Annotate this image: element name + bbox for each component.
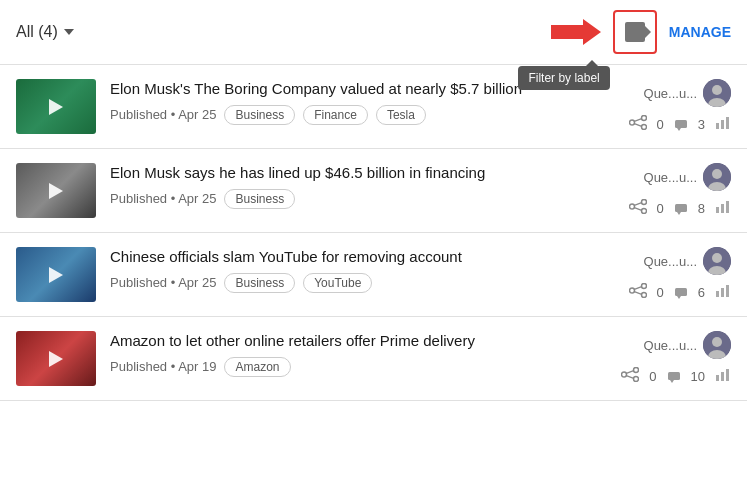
article-meta: Published • Apr 25 BusinessYouTube bbox=[110, 273, 615, 293]
filter-by-label-tooltip: Filter by label bbox=[518, 66, 609, 90]
svg-line-7 bbox=[634, 119, 641, 122]
svg-point-32 bbox=[629, 288, 634, 293]
article-stats: 0 8 bbox=[629, 199, 731, 218]
article-title[interactable]: Elon Musk says he has lined up $46.5 bil… bbox=[110, 163, 615, 183]
svg-point-4 bbox=[641, 116, 646, 121]
svg-point-41 bbox=[712, 337, 722, 347]
svg-line-46 bbox=[627, 371, 634, 374]
article-tag[interactable]: Amazon bbox=[224, 357, 290, 377]
article-author: Que...u... bbox=[644, 79, 731, 107]
shares-count: 0 bbox=[657, 117, 664, 132]
article-meta: Published • Apr 25 Business bbox=[110, 189, 615, 209]
svg-marker-0 bbox=[551, 19, 601, 45]
svg-rect-35 bbox=[675, 288, 687, 296]
shares-count: 0 bbox=[657, 201, 664, 216]
svg-point-19 bbox=[629, 204, 634, 209]
article-tag[interactable]: Tesla bbox=[376, 105, 426, 125]
table-row: Elon Musk says he has lined up $46.5 bil… bbox=[0, 149, 747, 233]
svg-line-8 bbox=[634, 124, 641, 127]
play-icon bbox=[49, 351, 63, 367]
svg-point-28 bbox=[712, 253, 722, 263]
avatar bbox=[703, 331, 731, 359]
bar-chart-icon[interactable] bbox=[715, 200, 731, 217]
article-author: Que...u... bbox=[644, 163, 731, 191]
article-stats: 0 10 bbox=[621, 367, 731, 386]
share-icon[interactable] bbox=[629, 199, 647, 218]
article-title[interactable]: Chinese officials slam YouTube for remov… bbox=[110, 247, 615, 267]
comments-count: 6 bbox=[698, 285, 705, 300]
article-status-date: Published • Apr 25 bbox=[110, 191, 216, 206]
article-tag[interactable]: Finance bbox=[303, 105, 368, 125]
article-right: Que...u... bbox=[629, 79, 731, 134]
article-author: Que...u... bbox=[644, 247, 731, 275]
bar-chart-icon[interactable] bbox=[715, 284, 731, 301]
svg-marker-10 bbox=[677, 128, 681, 131]
share-icon[interactable] bbox=[621, 367, 639, 386]
author-name: Que...u... bbox=[644, 170, 697, 185]
article-list: Elon Musk's The Boring Company valued at… bbox=[0, 65, 747, 401]
svg-rect-24 bbox=[716, 207, 719, 213]
svg-point-18 bbox=[641, 209, 646, 214]
article-author: Que...u... bbox=[644, 331, 731, 359]
article-thumbnail bbox=[16, 79, 96, 134]
all-filter-dropdown[interactable]: All (4) bbox=[16, 23, 74, 41]
svg-point-43 bbox=[634, 368, 639, 373]
article-content: Amazon to let other online retailers off… bbox=[110, 331, 607, 377]
author-name: Que...u... bbox=[644, 338, 697, 353]
article-right: Que...u... bbox=[629, 163, 731, 218]
shares-count: 0 bbox=[657, 285, 664, 300]
table-row: Amazon to let other online retailers off… bbox=[0, 317, 747, 401]
article-right: Que...u... bbox=[621, 331, 731, 386]
red-arrow-indicator bbox=[551, 17, 601, 47]
bar-chart-icon[interactable] bbox=[715, 116, 731, 133]
svg-rect-48 bbox=[668, 372, 680, 380]
article-status-date: Published • Apr 25 bbox=[110, 275, 216, 290]
article-status-date: Published • Apr 25 bbox=[110, 107, 216, 122]
svg-marker-36 bbox=[677, 296, 681, 299]
author-name: Que...u... bbox=[644, 86, 697, 101]
svg-rect-52 bbox=[726, 369, 729, 381]
svg-rect-11 bbox=[716, 123, 719, 129]
article-stats: 0 6 bbox=[629, 283, 731, 302]
share-icon[interactable] bbox=[629, 283, 647, 302]
manage-link[interactable]: MANAGE bbox=[669, 24, 731, 40]
article-tag[interactable]: Business bbox=[224, 105, 295, 125]
svg-line-21 bbox=[634, 208, 641, 211]
bar-chart-icon[interactable] bbox=[715, 368, 731, 385]
svg-rect-25 bbox=[721, 204, 724, 213]
play-icon bbox=[49, 183, 63, 199]
play-icon bbox=[49, 267, 63, 283]
svg-point-31 bbox=[641, 293, 646, 298]
avatar bbox=[703, 247, 731, 275]
article-meta: Published • Apr 25 BusinessFinanceTesla bbox=[110, 105, 615, 125]
svg-rect-50 bbox=[716, 375, 719, 381]
filter-by-label-button[interactable]: Filter by label bbox=[613, 10, 657, 54]
comments-icon bbox=[667, 371, 681, 383]
article-thumbnail bbox=[16, 331, 96, 386]
article-tag[interactable]: YouTube bbox=[303, 273, 372, 293]
svg-rect-51 bbox=[721, 372, 724, 381]
svg-point-30 bbox=[641, 284, 646, 289]
article-tag[interactable]: Business bbox=[224, 189, 295, 209]
svg-point-15 bbox=[712, 169, 722, 179]
svg-point-5 bbox=[641, 125, 646, 130]
header-right-controls: Filter by label MANAGE bbox=[551, 10, 731, 54]
article-content: Chinese officials slam YouTube for remov… bbox=[110, 247, 615, 293]
article-content: Elon Musk says he has lined up $46.5 bil… bbox=[110, 163, 615, 209]
chevron-down-icon bbox=[64, 29, 74, 35]
comments-count: 3 bbox=[698, 117, 705, 132]
article-tag[interactable]: Business bbox=[224, 273, 295, 293]
article-status-date: Published • Apr 19 bbox=[110, 359, 216, 374]
svg-rect-37 bbox=[716, 291, 719, 297]
article-title[interactable]: Amazon to let other online retailers off… bbox=[110, 331, 607, 351]
svg-line-20 bbox=[634, 203, 641, 206]
article-meta: Published • Apr 19 Amazon bbox=[110, 357, 607, 377]
avatar bbox=[703, 163, 731, 191]
svg-rect-26 bbox=[726, 201, 729, 213]
svg-line-34 bbox=[634, 292, 641, 295]
comments-count: 10 bbox=[691, 369, 705, 384]
comments-icon bbox=[674, 203, 688, 215]
svg-rect-38 bbox=[721, 288, 724, 297]
svg-point-6 bbox=[629, 120, 634, 125]
share-icon[interactable] bbox=[629, 115, 647, 134]
